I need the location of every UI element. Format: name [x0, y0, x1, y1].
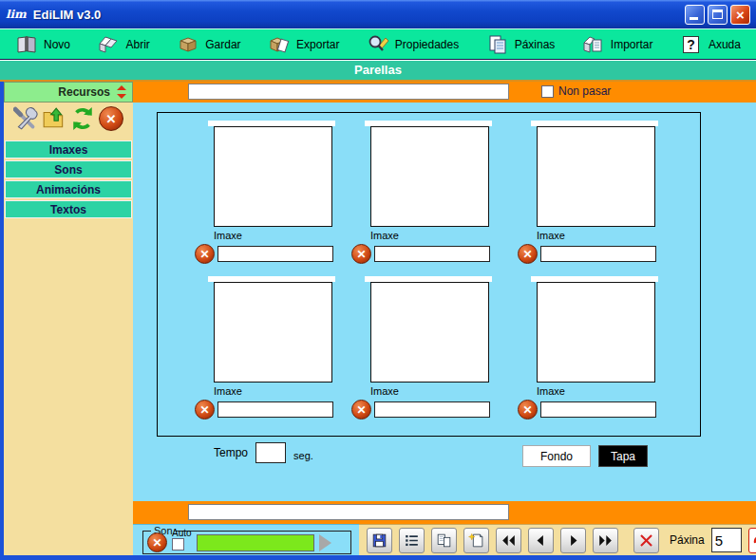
toolbar-propiedades[interactable]: Propiedades — [367, 33, 459, 56]
paxina-input[interactable] — [711, 528, 742, 552]
help-icon: ? — [680, 33, 703, 56]
last-page-button[interactable] — [593, 528, 618, 553]
page-index-button[interactable] — [399, 528, 425, 553]
save-icon — [370, 532, 388, 550]
auto-label: Auto — [172, 528, 192, 538]
non-pasar-option: Non pasar — [541, 84, 611, 98]
image-label: Imaxe — [214, 230, 347, 241]
tab-animacions[interactable]: Animacións — [5, 180, 132, 198]
image-file-input[interactable] — [540, 246, 656, 262]
auto-checkbox[interactable] — [172, 538, 184, 551]
image-label: Imaxe — [370, 385, 503, 397]
clear-image-button[interactable]: ✕ — [351, 244, 371, 264]
pair-cell-6: Imaxe ✕ — [518, 276, 670, 420]
pair-cell-5: Imaxe ✕ — [351, 276, 503, 420]
last-page-icon — [596, 532, 614, 550]
first-page-button[interactable] — [496, 528, 521, 553]
toolbar-abrir-label: Abrir — [125, 38, 149, 51]
fondo-button[interactable]: Fondo — [522, 445, 591, 467]
play-icon[interactable] — [319, 534, 331, 551]
prev-page-icon — [532, 532, 550, 550]
clear-image-button[interactable]: ✕ — [351, 400, 371, 420]
app-icon: lim — [6, 8, 27, 21]
paxina-label: Páxina — [670, 533, 705, 547]
magnifier-pencil-icon — [367, 33, 389, 56]
delete-page-button[interactable] — [633, 528, 659, 553]
image-file-input[interactable] — [374, 401, 490, 418]
tools-icon[interactable] — [13, 106, 38, 131]
tapa-button[interactable]: Tapa — [598, 445, 648, 467]
toolbar-novo[interactable]: Novo — [15, 33, 70, 56]
clear-image-button[interactable]: ✕ — [195, 400, 215, 420]
folder-open-icon[interactable] — [42, 106, 66, 131]
toolbar-abrir[interactable]: Abrir — [97, 33, 149, 56]
image-placeholder[interactable] — [537, 282, 655, 383]
non-pasar-label: Non pasar — [558, 84, 611, 98]
toolbar-exportar[interactable]: Exportar — [268, 33, 339, 56]
resource-tools: ✕ — [4, 103, 133, 135]
next-page-icon — [564, 532, 582, 550]
save-page-button[interactable] — [367, 528, 392, 553]
tempo-input[interactable] — [255, 442, 286, 463]
new-page-button[interactable] — [463, 528, 489, 553]
close-icon: × — [731, 6, 749, 24]
toolbar-axuda[interactable]: ? Axuda — [680, 33, 741, 56]
main-area: Non pasar Imaxe ✕ I — [133, 82, 756, 555]
toolbar-paxinas[interactable]: Páxinas — [486, 33, 556, 56]
close-button[interactable]: × — [730, 5, 750, 25]
next-page-button[interactable] — [560, 528, 586, 553]
image-file-input[interactable] — [540, 401, 656, 418]
tab-sons[interactable]: Sons — [5, 160, 132, 178]
index-icon — [403, 532, 421, 550]
svg-text:?: ? — [687, 37, 695, 52]
image-file-input[interactable] — [374, 246, 490, 262]
clear-sound-button[interactable]: ✕ — [147, 532, 167, 552]
resources-sidebar: Recursos ✕ Imaxes Sons Animacións Textos — [4, 82, 133, 555]
toolbar-exportar-label: Exportar — [296, 38, 339, 51]
import-folder-icon — [582, 33, 605, 56]
tab-imaxes[interactable]: Imaxes — [5, 140, 132, 159]
page-type-header: Parellas — [0, 60, 756, 82]
prev-page-button[interactable] — [528, 528, 554, 553]
toolbar-propiedades-label: Propiedades — [395, 38, 459, 51]
image-placeholder[interactable] — [214, 126, 332, 227]
son-fieldset: Son ✕ Auto — [142, 525, 351, 554]
refresh-icon[interactable] — [70, 106, 95, 131]
toolbar-gardar[interactable]: Gardar — [177, 33, 240, 56]
resources-header[interactable]: Recursos — [4, 82, 133, 103]
clear-image-button[interactable]: ✕ — [518, 244, 538, 264]
image-placeholder[interactable] — [537, 126, 655, 227]
image-placeholder[interactable] — [370, 282, 489, 383]
new-page-icon — [467, 532, 485, 550]
tempo-unit-label: seg. — [293, 450, 313, 461]
maximize-icon — [712, 9, 723, 19]
box-icon — [177, 33, 199, 56]
go-page-button[interactable] — [748, 528, 756, 553]
delete-resource-icon[interactable]: ✕ — [99, 106, 123, 131]
window-controls: × — [685, 5, 750, 25]
collapse-expand-icon — [116, 85, 127, 99]
activity-title-input[interactable] — [188, 84, 509, 100]
resource-tabs: Imaxes Sons Animacións Textos — [4, 140, 133, 220]
maximize-button[interactable] — [708, 5, 728, 25]
image-file-input[interactable] — [217, 246, 333, 262]
footer-text-input[interactable] — [188, 504, 509, 520]
toolbar-importar[interactable]: Importar — [582, 33, 653, 56]
resources-header-label: Recursos — [58, 85, 110, 99]
tab-textos[interactable]: Textos — [5, 200, 132, 218]
image-placeholder[interactable] — [370, 126, 489, 227]
duplicate-page-button[interactable] — [431, 528, 457, 553]
clear-image-button[interactable]: ✕ — [195, 244, 215, 264]
non-pasar-checkbox[interactable] — [541, 85, 554, 98]
activity-title-bar: Non pasar — [133, 82, 756, 103]
image-placeholder[interactable] — [214, 282, 332, 383]
pages-icon — [486, 33, 509, 56]
minimize-button[interactable] — [685, 5, 705, 25]
clear-image-button[interactable]: ✕ — [518, 400, 538, 420]
image-label: Imaxe — [537, 230, 670, 241]
edilim-window: lim EdiLIM v3.0 × Novo Abrir Gardar Expo… — [0, 0, 756, 560]
go-page-icon — [752, 532, 756, 550]
tempo-label: Tempo — [214, 446, 248, 459]
image-file-input[interactable] — [217, 401, 333, 418]
page-navigation: Páxina — [359, 524, 756, 555]
